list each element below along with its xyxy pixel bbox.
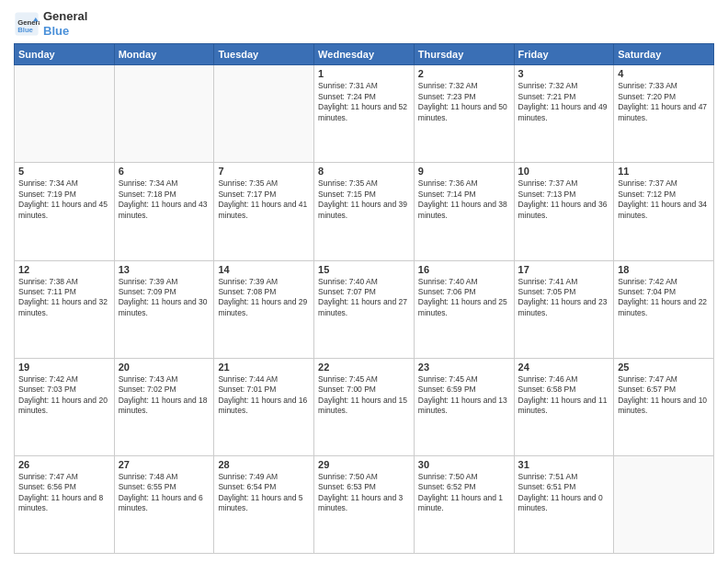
calendar-cell: 8Sunrise: 7:35 AM Sunset: 7:15 PM Daylig… bbox=[314, 163, 415, 260]
day-info: Sunrise: 7:35 AM Sunset: 7:15 PM Dayligh… bbox=[318, 178, 410, 221]
page: General Blue General Blue SundayMondayTu… bbox=[0, 0, 728, 563]
day-number: 17 bbox=[518, 264, 610, 275]
calendar-cell: 22Sunrise: 7:45 AM Sunset: 7:00 PM Dayli… bbox=[314, 358, 415, 455]
day-number: 20 bbox=[119, 362, 210, 373]
calendar-cell: 25Sunrise: 7:47 AM Sunset: 6:57 PM Dayli… bbox=[614, 358, 714, 455]
calendar-cell: 18Sunrise: 7:42 AM Sunset: 7:04 PM Dayli… bbox=[614, 260, 714, 358]
day-number: 11 bbox=[618, 166, 710, 177]
col-header-monday: Monday bbox=[114, 44, 214, 65]
calendar-cell: 12Sunrise: 7:38 AM Sunset: 7:11 PM Dayli… bbox=[15, 260, 115, 358]
day-number: 22 bbox=[318, 362, 410, 373]
col-header-friday: Friday bbox=[514, 44, 614, 65]
day-number: 9 bbox=[418, 166, 510, 177]
day-info: Sunrise: 7:32 AM Sunset: 7:21 PM Dayligh… bbox=[518, 81, 610, 123]
day-info: Sunrise: 7:40 AM Sunset: 7:07 PM Dayligh… bbox=[318, 277, 410, 319]
day-number: 24 bbox=[518, 362, 610, 373]
calendar-cell: 1Sunrise: 7:31 AM Sunset: 7:24 PM Daylig… bbox=[314, 65, 415, 163]
col-header-sunday: Sunday bbox=[15, 44, 115, 65]
day-info: Sunrise: 7:40 AM Sunset: 7:06 PM Dayligh… bbox=[418, 277, 510, 319]
day-number: 31 bbox=[518, 459, 610, 470]
calendar-cell bbox=[614, 455, 714, 553]
day-number: 8 bbox=[318, 166, 410, 177]
logo-general: General bbox=[43, 9, 87, 24]
calendar-cell: 4Sunrise: 7:33 AM Sunset: 7:20 PM Daylig… bbox=[614, 65, 714, 163]
day-number: 13 bbox=[119, 264, 210, 275]
day-info: Sunrise: 7:42 AM Sunset: 7:03 PM Dayligh… bbox=[18, 374, 110, 417]
day-info: Sunrise: 7:44 AM Sunset: 7:01 PM Dayligh… bbox=[218, 374, 310, 417]
calendar-cell: 9Sunrise: 7:36 AM Sunset: 7:14 PM Daylig… bbox=[414, 163, 514, 260]
day-info: Sunrise: 7:50 AM Sunset: 6:52 PM Dayligh… bbox=[418, 472, 510, 514]
day-info: Sunrise: 7:45 AM Sunset: 6:59 PM Dayligh… bbox=[418, 374, 510, 417]
day-info: Sunrise: 7:38 AM Sunset: 7:11 PM Dayligh… bbox=[18, 277, 110, 319]
calendar-cell: 11Sunrise: 7:37 AM Sunset: 7:12 PM Dayli… bbox=[614, 163, 714, 260]
day-number: 18 bbox=[618, 264, 710, 275]
calendar-cell: 28Sunrise: 7:49 AM Sunset: 6:54 PM Dayli… bbox=[214, 455, 314, 553]
calendar-cell bbox=[214, 65, 314, 163]
day-number: 12 bbox=[18, 264, 110, 275]
day-info: Sunrise: 7:45 AM Sunset: 7:00 PM Dayligh… bbox=[318, 374, 410, 417]
day-info: Sunrise: 7:35 AM Sunset: 7:17 PM Dayligh… bbox=[218, 178, 310, 221]
col-header-thursday: Thursday bbox=[414, 44, 514, 65]
day-info: Sunrise: 7:39 AM Sunset: 7:09 PM Dayligh… bbox=[119, 277, 210, 319]
day-number: 27 bbox=[119, 459, 210, 470]
day-number: 25 bbox=[618, 362, 710, 373]
calendar-cell: 6Sunrise: 7:34 AM Sunset: 7:18 PM Daylig… bbox=[114, 163, 214, 260]
day-info: Sunrise: 7:36 AM Sunset: 7:14 PM Dayligh… bbox=[418, 178, 510, 221]
day-info: Sunrise: 7:31 AM Sunset: 7:24 PM Dayligh… bbox=[318, 81, 410, 123]
day-number: 5 bbox=[18, 166, 110, 177]
day-number: 15 bbox=[318, 264, 410, 275]
day-info: Sunrise: 7:39 AM Sunset: 7:08 PM Dayligh… bbox=[218, 277, 310, 319]
day-number: 7 bbox=[218, 166, 310, 177]
calendar-table: SundayMondayTuesdayWednesdayThursdayFrid… bbox=[14, 43, 714, 554]
calendar-cell: 17Sunrise: 7:41 AM Sunset: 7:05 PM Dayli… bbox=[514, 260, 614, 358]
day-number: 29 bbox=[318, 459, 410, 470]
logo-blue: Blue bbox=[43, 24, 87, 39]
day-number: 14 bbox=[218, 264, 310, 275]
day-number: 23 bbox=[418, 362, 510, 373]
calendar-cell bbox=[15, 65, 115, 163]
calendar-week-row: 1Sunrise: 7:31 AM Sunset: 7:24 PM Daylig… bbox=[15, 65, 714, 163]
day-number: 21 bbox=[218, 362, 310, 373]
calendar-week-row: 5Sunrise: 7:34 AM Sunset: 7:19 PM Daylig… bbox=[15, 163, 714, 260]
day-info: Sunrise: 7:37 AM Sunset: 7:13 PM Dayligh… bbox=[518, 178, 610, 221]
day-number: 28 bbox=[218, 459, 310, 470]
day-number: 26 bbox=[18, 459, 110, 470]
col-header-tuesday: Tuesday bbox=[214, 44, 314, 65]
calendar-week-row: 26Sunrise: 7:47 AM Sunset: 6:56 PM Dayli… bbox=[15, 455, 714, 553]
calendar-cell: 5Sunrise: 7:34 AM Sunset: 7:19 PM Daylig… bbox=[15, 163, 115, 260]
calendar-cell: 30Sunrise: 7:50 AM Sunset: 6:52 PM Dayli… bbox=[414, 455, 514, 553]
day-info: Sunrise: 7:51 AM Sunset: 6:51 PM Dayligh… bbox=[518, 472, 610, 514]
day-info: Sunrise: 7:34 AM Sunset: 7:18 PM Dayligh… bbox=[119, 178, 210, 221]
day-number: 6 bbox=[119, 166, 210, 177]
day-info: Sunrise: 7:33 AM Sunset: 7:20 PM Dayligh… bbox=[618, 81, 710, 123]
day-number: 10 bbox=[518, 166, 610, 177]
calendar-cell: 10Sunrise: 7:37 AM Sunset: 7:13 PM Dayli… bbox=[514, 163, 614, 260]
calendar-header-row: SundayMondayTuesdayWednesdayThursdayFrid… bbox=[15, 44, 714, 65]
calendar-cell: 31Sunrise: 7:51 AM Sunset: 6:51 PM Dayli… bbox=[514, 455, 614, 553]
day-number: 19 bbox=[18, 362, 110, 373]
day-info: Sunrise: 7:34 AM Sunset: 7:19 PM Dayligh… bbox=[18, 178, 110, 221]
calendar-cell: 2Sunrise: 7:32 AM Sunset: 7:23 PM Daylig… bbox=[414, 65, 514, 163]
day-info: Sunrise: 7:42 AM Sunset: 7:04 PM Dayligh… bbox=[618, 277, 710, 319]
calendar-cell: 19Sunrise: 7:42 AM Sunset: 7:03 PM Dayli… bbox=[15, 358, 115, 455]
day-info: Sunrise: 7:48 AM Sunset: 6:55 PM Dayligh… bbox=[119, 472, 210, 514]
calendar-cell bbox=[114, 65, 214, 163]
calendar-cell: 27Sunrise: 7:48 AM Sunset: 6:55 PM Dayli… bbox=[114, 455, 214, 553]
calendar-cell: 29Sunrise: 7:50 AM Sunset: 6:53 PM Dayli… bbox=[314, 455, 415, 553]
day-info: Sunrise: 7:37 AM Sunset: 7:12 PM Dayligh… bbox=[618, 178, 710, 221]
day-info: Sunrise: 7:41 AM Sunset: 7:05 PM Dayligh… bbox=[518, 277, 610, 319]
calendar-cell: 7Sunrise: 7:35 AM Sunset: 7:17 PM Daylig… bbox=[214, 163, 314, 260]
day-info: Sunrise: 7:50 AM Sunset: 6:53 PM Dayligh… bbox=[318, 472, 410, 514]
col-header-wednesday: Wednesday bbox=[314, 44, 415, 65]
calendar-cell: 3Sunrise: 7:32 AM Sunset: 7:21 PM Daylig… bbox=[514, 65, 614, 163]
day-number: 1 bbox=[318, 68, 410, 79]
calendar-cell: 15Sunrise: 7:40 AM Sunset: 7:07 PM Dayli… bbox=[314, 260, 415, 358]
col-header-saturday: Saturday bbox=[614, 44, 714, 65]
day-number: 2 bbox=[418, 68, 510, 79]
day-info: Sunrise: 7:49 AM Sunset: 6:54 PM Dayligh… bbox=[218, 472, 310, 514]
calendar-cell: 23Sunrise: 7:45 AM Sunset: 6:59 PM Dayli… bbox=[414, 358, 514, 455]
calendar-cell: 24Sunrise: 7:46 AM Sunset: 6:58 PM Dayli… bbox=[514, 358, 614, 455]
day-number: 4 bbox=[618, 68, 710, 79]
calendar-cell: 20Sunrise: 7:43 AM Sunset: 7:02 PM Dayli… bbox=[114, 358, 214, 455]
svg-text:Blue: Blue bbox=[17, 26, 33, 34]
